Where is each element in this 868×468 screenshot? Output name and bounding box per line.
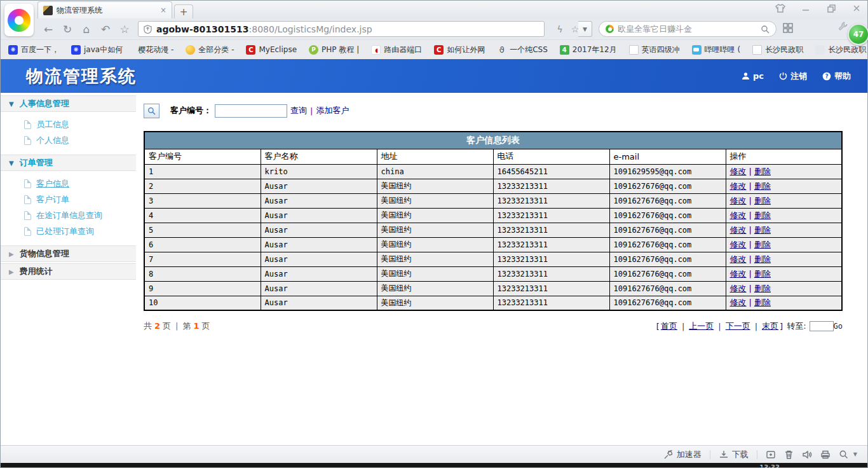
browser-tab[interactable]: 物流管理系统 × xyxy=(37,1,172,18)
delete-link[interactable]: 删除 xyxy=(754,240,771,249)
wrench-icon[interactable] xyxy=(838,21,848,34)
customer-id-input[interactable] xyxy=(215,104,287,118)
edit-link[interactable]: 修改 xyxy=(730,284,747,293)
search-box[interactable]: 欧皇全靠它日赚斗金 xyxy=(599,21,776,37)
bookmark-item[interactable]: MyEclipse xyxy=(246,45,297,55)
back-icon[interactable]: ← xyxy=(39,23,58,36)
sidebar-item-processed-orders[interactable]: 已处理订单查询 xyxy=(1,223,136,239)
browser-logo[interactable] xyxy=(4,4,34,36)
delete-link[interactable]: 删除 xyxy=(754,181,771,191)
bookmark-label: 哔哩哔哩 ( xyxy=(705,45,741,55)
bookmark-icon xyxy=(692,45,702,55)
op-separator: | xyxy=(749,254,752,264)
edit-link[interactable]: 修改 xyxy=(730,181,747,191)
undo-icon[interactable]: ↶ xyxy=(96,23,115,36)
sidebar-section-orders[interactable]: ▼ 订单管理 xyxy=(1,155,136,171)
print-button[interactable] xyxy=(820,450,831,460)
sidebar-item-customer-orders[interactable]: 客户订单 xyxy=(1,191,136,207)
bookmark-item[interactable]: 全部分类 - xyxy=(186,45,234,55)
delete-link[interactable]: 删除 xyxy=(754,210,771,220)
url-dropdown-icon[interactable]: ▼ xyxy=(578,21,592,37)
help-label: 帮助 xyxy=(834,71,851,82)
sidebar-item-intransit-orders[interactable]: 在途订单信息查询 xyxy=(1,207,136,223)
delete-link[interactable]: 删除 xyxy=(754,284,771,293)
new-tab-button[interactable]: + xyxy=(174,4,193,18)
tab-close-icon[interactable]: × xyxy=(160,6,166,15)
minimize-button[interactable] xyxy=(797,2,814,15)
delete-link[interactable]: 删除 xyxy=(754,254,771,264)
refresh-icon[interactable]: ↻ xyxy=(58,23,77,36)
prev-page-link[interactable]: 上一页 xyxy=(689,320,714,332)
edit-link[interactable]: 修改 xyxy=(730,167,747,176)
bookmark-item[interactable]: 2017年12月 xyxy=(560,45,617,55)
search-magnifier-icon[interactable] xyxy=(761,25,770,34)
add-customer-link[interactable]: 添加客户 xyxy=(316,105,349,116)
goto-label: 转至: xyxy=(787,320,806,332)
clear-trace-button[interactable] xyxy=(784,450,794,460)
go-button[interactable]: Go xyxy=(834,322,843,331)
last-page-link[interactable]: 末页 xyxy=(762,320,778,332)
cell-customer-id: 4 xyxy=(144,208,261,223)
delete-link[interactable]: 删除 xyxy=(754,196,771,205)
table-row: 5 Ausar 美国纽约 13233213311 1091627676@qq.c… xyxy=(144,223,842,237)
edit-link[interactable]: 修改 xyxy=(730,225,747,235)
download-icon xyxy=(719,450,729,460)
restore-button[interactable] xyxy=(823,2,839,15)
edit-link[interactable]: 修改 xyxy=(730,298,747,307)
sidebar-section-fees[interactable]: ▶ 费用统计 xyxy=(1,263,136,280)
bookmark-item[interactable]: 如何让外网 xyxy=(434,45,485,55)
apps-grid-icon[interactable] xyxy=(783,23,793,36)
mute-button[interactable] xyxy=(802,450,812,460)
sidebar-section-cargo[interactable]: ▶ 货物信息管理 xyxy=(1,245,136,262)
bookmark-item[interactable]: 路由器端口 xyxy=(371,45,422,55)
close-button[interactable] xyxy=(848,2,865,15)
bookmark-item[interactable]: java中如何 xyxy=(71,45,123,55)
op-separator: | xyxy=(749,284,752,293)
download-button[interactable]: 下载 xyxy=(719,449,749,460)
sidebar-item-customer-info[interactable]: 客户信息 xyxy=(1,176,136,191)
trash-icon xyxy=(784,450,794,460)
edit-link[interactable]: 修改 xyxy=(730,196,747,205)
first-page-link[interactable]: 首页 xyxy=(661,320,677,332)
favorites-star-icon[interactable]: ☆ xyxy=(115,23,134,36)
address-bar[interactable]: agobw-801301513:8080/LogisticsMg/index.j… xyxy=(138,21,545,37)
lightning-icon[interactable]: ϟ xyxy=(552,24,567,34)
magnifier-button[interactable] xyxy=(144,104,159,118)
sidebar-item-personal-info[interactable]: 个人信息 xyxy=(1,132,136,148)
user-menu[interactable]: pc xyxy=(742,71,764,81)
bookmark-item[interactable]: 百度一下， xyxy=(8,45,59,55)
bookmark-item[interactable]: 哔哩哔哩 ( xyxy=(692,45,741,55)
sidebar-panel-button[interactable] xyxy=(766,450,776,460)
bookmark-item[interactable]: 长沙民政职 xyxy=(752,45,803,55)
accelerator-button[interactable]: 加速器 xyxy=(663,449,702,460)
help-button[interactable]: ? 帮助 xyxy=(822,71,851,82)
goto-page-input[interactable] xyxy=(810,321,834,331)
sidebar-item-employee-info[interactable]: 员工信息 xyxy=(1,116,136,132)
sidebar-section-hr[interactable]: ▼ 人事信息管理 xyxy=(1,95,136,112)
next-page-link[interactable]: 下一页 xyxy=(726,320,750,332)
skin-icon[interactable] xyxy=(772,2,789,15)
speed-ball[interactable]: 47 xyxy=(848,24,868,45)
search-engine-icon xyxy=(606,25,614,33)
cell-customer-id: 1 xyxy=(144,164,261,179)
edit-link[interactable]: 修改 xyxy=(730,240,747,249)
delete-link[interactable]: 删除 xyxy=(754,225,771,235)
chevron-right-icon: ▶ xyxy=(9,251,14,258)
delete-link[interactable]: 删除 xyxy=(754,298,771,307)
bookmark-item[interactable]: 一个纯CSS xyxy=(497,45,548,55)
zoom-control[interactable]: ▼ xyxy=(839,450,857,460)
bookmark-item[interactable]: 樱花动漫 - xyxy=(135,45,173,55)
edit-link[interactable]: 修改 xyxy=(730,210,747,220)
edit-link[interactable]: 修改 xyxy=(730,269,747,279)
bookmark-item[interactable]: 英语四级冲 xyxy=(629,45,680,55)
bookmark-item[interactable]: PHP 教程 | xyxy=(309,45,359,55)
bookmark-item[interactable]: 长沙民政职 xyxy=(815,45,866,55)
bookmark-icon xyxy=(434,45,444,55)
delete-link[interactable]: 删除 xyxy=(754,269,771,279)
home-icon[interactable]: ⌂ xyxy=(77,23,96,36)
cell-customer-name: krito xyxy=(261,164,377,179)
query-link[interactable]: 查询 xyxy=(290,105,307,116)
delete-link[interactable]: 删除 xyxy=(754,167,771,176)
logout-button[interactable]: 注销 xyxy=(779,71,807,82)
edit-link[interactable]: 修改 xyxy=(730,254,747,264)
